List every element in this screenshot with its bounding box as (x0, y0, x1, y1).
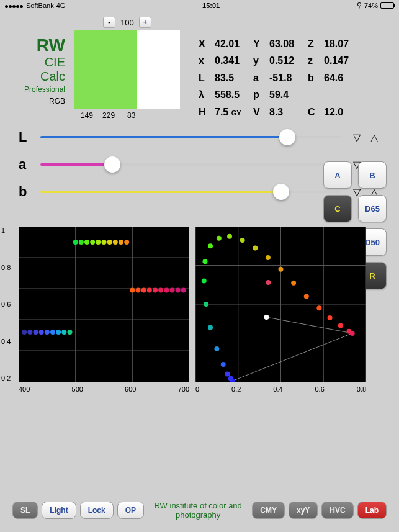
svg-point-55 (204, 302, 208, 307)
slider-L[interactable]: L ▽ △ (19, 129, 380, 145)
svg-line-47 (233, 333, 352, 381)
svg-point-29 (136, 288, 141, 293)
sample-color (74, 30, 137, 109)
app-title-block: RW CIE Calc Professional RGB (12, 17, 65, 120)
svg-point-64 (279, 267, 284, 272)
value-H: 7.5 GY (215, 107, 246, 120)
svg-point-15 (56, 330, 61, 335)
svg-point-26 (119, 240, 123, 245)
svg-point-12 (39, 330, 44, 335)
svg-point-50 (228, 376, 233, 381)
svg-point-66 (304, 294, 309, 299)
svg-point-23 (102, 240, 107, 245)
colorspace-button-xyy[interactable]: xyY (289, 502, 318, 519)
svg-point-51 (225, 372, 230, 377)
svg-point-65 (291, 281, 296, 286)
svg-point-17 (68, 330, 73, 335)
svg-point-53 (214, 346, 219, 351)
stepper-plus-button[interactable]: + (139, 17, 151, 28)
institute-label: RW institute of color and photography (148, 501, 248, 520)
illuminant-button-D65[interactable]: D65 (358, 195, 387, 222)
svg-point-34 (164, 288, 169, 293)
value-Z: 18.07 (324, 38, 355, 52)
svg-point-9 (22, 330, 27, 335)
svg-point-54 (208, 325, 213, 330)
svg-point-22 (96, 240, 101, 245)
svg-point-13 (45, 330, 50, 335)
svg-point-28 (130, 288, 135, 293)
footer-button-op[interactable]: OP (117, 502, 144, 519)
value-L: 83.5 (215, 73, 246, 86)
rgb-r-value: 149 (81, 111, 93, 120)
rgb-g-value: 229 (102, 111, 115, 120)
bottom-toolbar: SLLightLockOP RW institute of color and … (0, 501, 399, 520)
spectral-chart: 1 0.8 0.6 0.4 0.2 400 500 600 700 (19, 227, 189, 382)
app-rw-label: RW (12, 35, 65, 55)
svg-point-31 (147, 288, 152, 293)
chromaticity-chart: 0.8 0.6 0.4 0.2 0 0.2 0.4 0.6 0.8 (195, 227, 366, 382)
svg-point-57 (202, 259, 207, 264)
value-y: 0.512 (269, 55, 300, 68)
rgb-label: RGB (49, 97, 65, 106)
svg-point-73 (264, 315, 269, 320)
footer-button-sl[interactable]: SL (12, 502, 38, 519)
status-bar: SoftBank 4G 15:01 ⚲ 74% (0, 0, 399, 11)
svg-point-58 (208, 243, 213, 248)
app-pro-label: Professional (12, 85, 65, 94)
svg-point-60 (227, 234, 232, 239)
svg-point-52 (221, 362, 226, 367)
svg-point-67 (316, 305, 321, 310)
illuminant-button-B[interactable]: B (358, 161, 387, 189)
svg-point-32 (153, 288, 158, 293)
carrier-label: SoftBank (26, 2, 54, 9)
svg-point-20 (84, 240, 89, 245)
clock-label: 15:01 (202, 2, 220, 9)
svg-point-59 (217, 236, 222, 241)
slider-L-down-icon[interactable]: ▽ (351, 131, 363, 143)
svg-point-30 (141, 288, 146, 293)
value-p: 59.4 (269, 89, 300, 102)
value-V: 8.3 (269, 107, 300, 120)
value-Y: 63.08 (269, 38, 300, 52)
svg-point-21 (90, 240, 95, 245)
svg-point-61 (240, 238, 245, 243)
svg-point-69 (338, 323, 343, 328)
stepper: - 100 + (103, 17, 151, 28)
illuminant-button-C[interactable]: C (323, 195, 352, 222)
rgb-b-value: 83 (127, 111, 135, 120)
svg-point-68 (328, 315, 333, 320)
battery-percent: 74% (364, 2, 378, 9)
network-label: 4G (56, 2, 66, 9)
svg-point-63 (266, 255, 271, 260)
stepper-minus-button[interactable]: - (103, 17, 115, 28)
colorspace-button-cmy[interactable]: CMY (252, 502, 285, 519)
svg-point-71 (350, 331, 355, 336)
footer-button-light[interactable]: Light (42, 502, 76, 519)
value-X: 42.01 (215, 38, 246, 52)
svg-point-27 (124, 240, 129, 245)
svg-point-19 (79, 240, 84, 245)
values-grid: X42.01 Y63.08 Z18.07 x0.341 y0.512 z0.14… (199, 38, 355, 120)
value-x: 0.341 (215, 55, 246, 68)
colorspace-button-hvc[interactable]: HVC (321, 502, 353, 519)
value-C: 12.0 (324, 107, 355, 120)
svg-point-33 (158, 288, 163, 293)
svg-point-16 (61, 330, 66, 335)
signal-dots-icon (5, 2, 24, 9)
value-a: -51.8 (269, 73, 300, 86)
footer-button-lock[interactable]: Lock (80, 502, 114, 519)
svg-point-72 (266, 280, 271, 285)
color-swatch (74, 30, 180, 109)
svg-point-10 (27, 330, 32, 335)
app-cie-label: CIE (12, 55, 65, 70)
colorspace-button-lab[interactable]: Lab (357, 502, 387, 519)
value-lambda: 558.5 (215, 89, 246, 102)
app-calc-label: Calc (12, 70, 65, 84)
illuminant-button-A[interactable]: A (323, 161, 352, 189)
slider-L-up-icon[interactable]: △ (368, 131, 380, 143)
value-z: 0.147 (324, 55, 355, 68)
bluetooth-icon: ⚲ (357, 1, 362, 9)
svg-point-11 (34, 330, 38, 335)
svg-point-24 (107, 240, 112, 245)
stepper-value: 100 (117, 18, 138, 27)
